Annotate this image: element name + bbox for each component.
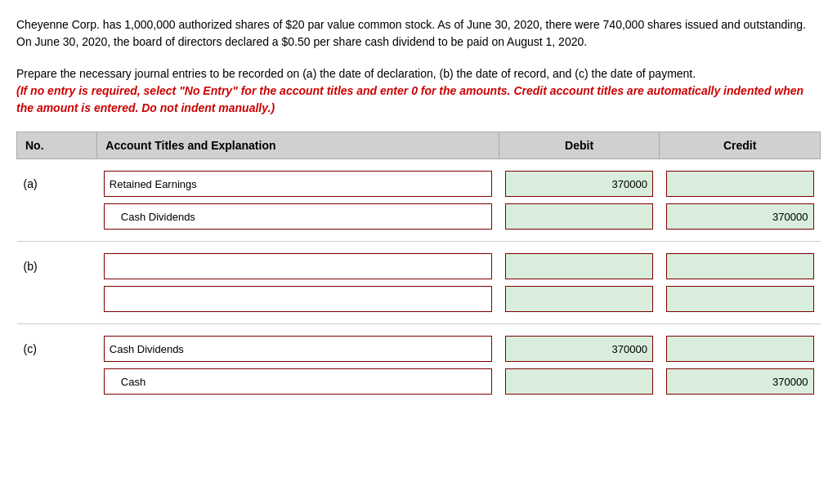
- col-header-debit: Debit: [499, 132, 660, 159]
- credit-cell-c-0: [660, 324, 821, 365]
- debit-cell-c-1: [499, 365, 660, 406]
- credit-cell-c-1: [660, 365, 821, 406]
- credit-cell-b-0: [660, 242, 821, 283]
- debit-input-a-1[interactable]: [505, 203, 653, 230]
- problem-text-1: Cheyenne Corp. has 1,000,000 authorized …: [16, 16, 821, 51]
- credit-input-c-0[interactable]: [666, 336, 814, 362]
- col-header-account: Account Titles and Explanation: [97, 132, 499, 159]
- debit-cell-c-0: [499, 324, 660, 365]
- debit-input-c-0[interactable]: [505, 336, 653, 362]
- debit-input-b-1[interactable]: [505, 286, 653, 312]
- debit-cell-b-0: [499, 242, 660, 283]
- account-cell-c-0: [97, 324, 499, 365]
- entry-label-a: (a): [17, 159, 97, 201]
- debit-cell-a-0: [499, 159, 660, 201]
- debit-input-a-0[interactable]: [505, 171, 653, 197]
- debit-input-c-1[interactable]: [505, 368, 653, 395]
- account-input-b-1[interactable]: [104, 286, 493, 312]
- credit-input-c-1[interactable]: [666, 368, 814, 395]
- journal-table: No. Account Titles and Explanation Debit…: [16, 132, 821, 406]
- account-cell-b-1: [97, 283, 499, 324]
- credit-input-b-1[interactable]: [666, 286, 814, 312]
- credit-input-b-0[interactable]: [666, 253, 814, 279]
- entry-label-b: (b): [17, 242, 97, 283]
- account-cell-c-1: [97, 365, 499, 406]
- col-header-credit: Credit: [660, 132, 821, 159]
- account-input-a-0[interactable]: [104, 171, 493, 197]
- credit-cell-a-0: [660, 159, 821, 201]
- account-input-c-0[interactable]: [104, 336, 493, 362]
- credit-input-a-0[interactable]: [666, 171, 814, 197]
- credit-cell-b-1: [660, 283, 821, 324]
- entry-label-c: (c): [17, 324, 97, 365]
- account-input-a-1[interactable]: [104, 203, 493, 230]
- account-cell-a-0: [97, 159, 499, 201]
- account-cell-a-1: [97, 200, 499, 242]
- credit-input-a-1[interactable]: [666, 203, 814, 230]
- debit-cell-b-1: [499, 283, 660, 324]
- debit-cell-a-1: [499, 200, 660, 242]
- account-cell-b-0: [97, 242, 499, 283]
- credit-cell-a-1: [660, 200, 821, 242]
- instruction-text-1: Prepare the necessary journal entries to…: [16, 65, 821, 83]
- account-input-b-0[interactable]: [104, 253, 493, 279]
- account-input-c-1[interactable]: [104, 368, 493, 395]
- col-header-no: No.: [17, 132, 97, 159]
- debit-input-b-0[interactable]: [505, 253, 653, 279]
- instruction-text-2: (If no entry is required, select "No Ent…: [16, 83, 821, 117]
